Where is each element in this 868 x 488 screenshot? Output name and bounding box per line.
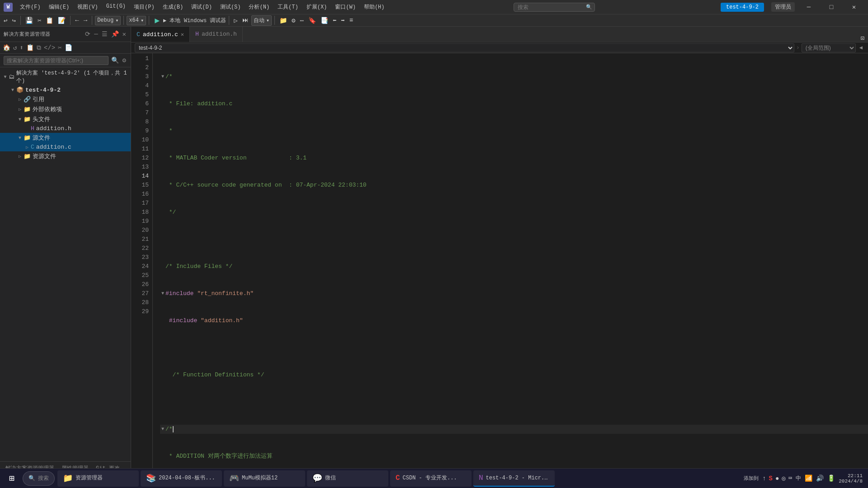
taskbar-keyboard-icon[interactable]: ⌨ bbox=[788, 474, 792, 482]
minimize-button[interactable]: ─ bbox=[798, 0, 819, 14]
taskbar-battery-icon[interactable]: 🔋 bbox=[827, 474, 835, 482]
menu-tools[interactable]: 工具(T) bbox=[274, 2, 302, 12]
title-project-tab[interactable]: test-4-9-2 bbox=[721, 3, 764, 12]
sidebar-toolbar-icon7[interactable]: ✂ bbox=[57, 43, 62, 52]
tab-c-close[interactable]: ✕ bbox=[181, 31, 184, 38]
tree-project[interactable]: ▼ 📦 test-4-9-2 bbox=[0, 85, 131, 94]
sidebar-sync-icon[interactable]: ⟳ bbox=[84, 29, 91, 39]
menu-project[interactable]: 项目(P) bbox=[130, 2, 158, 12]
tree-addition-c[interactable]: ▷ C addition.c bbox=[0, 143, 131, 151]
sidebar-filter-icon[interactable]: ⚙ bbox=[122, 56, 127, 65]
toolbar-bookmark4[interactable]: ➡ bbox=[339, 16, 346, 25]
menu-help[interactable]: 帮助(H) bbox=[360, 2, 388, 12]
taskbar-csdn-icon: C bbox=[396, 474, 400, 482]
taskbar-network-icon[interactable]: 📶 bbox=[805, 474, 812, 482]
debug-config-dropdown[interactable]: Debug ▾ bbox=[95, 16, 121, 25]
sidebar-toolbar-icon5[interactable]: ⧉ bbox=[36, 43, 42, 52]
tree-resource-files[interactable]: ▷ 📁 资源文件 bbox=[0, 151, 131, 161]
menu-git[interactable]: Git(G) bbox=[103, 2, 129, 12]
taskbar-search[interactable]: 🔍 搜索 bbox=[23, 471, 55, 486]
global-search-input[interactable] bbox=[514, 3, 595, 12]
menu-edit[interactable]: 编辑(E) bbox=[45, 2, 73, 12]
menu-debug[interactable]: 调试(D) bbox=[188, 2, 216, 12]
menu-build[interactable]: 生成(B) bbox=[159, 2, 187, 12]
sidebar-toolbar-icon3[interactable]: ⬆ bbox=[19, 43, 24, 52]
sidebar-toolbar-icon6[interactable]: </> bbox=[43, 43, 56, 52]
toolbar-bookmark[interactable]: 🔖 bbox=[307, 16, 318, 25]
close-button[interactable]: ✕ bbox=[844, 0, 864, 14]
toolbar-settings[interactable]: ⚙ bbox=[290, 16, 297, 25]
taskbar-item-csdn[interactable]: C CSDN - 专业开发... bbox=[390, 470, 472, 487]
platform-dropdown[interactable]: x64 ▾ bbox=[127, 16, 146, 25]
run-button[interactable]: ▶ bbox=[152, 14, 162, 26]
scope-breadcrumb-dropdown[interactable]: (全局范围) bbox=[802, 43, 856, 52]
tree-header-files[interactable]: ▼ 📁 头文件 bbox=[0, 114, 131, 124]
menu-window[interactable]: 窗口(W) bbox=[331, 2, 359, 12]
taskbar-mic-icon[interactable]: ● bbox=[775, 475, 779, 482]
taskbar-item-wechat[interactable]: 💬 微信 bbox=[307, 470, 388, 487]
code-content[interactable]: ▼/* * File: addition.c * * MATLAB Coder … bbox=[153, 53, 868, 475]
taskbar-lang[interactable]: 中 bbox=[796, 474, 801, 482]
tree-source-files[interactable]: ▼ 📁 源文件 bbox=[0, 133, 131, 143]
maximize-button[interactable]: □ bbox=[821, 0, 842, 14]
tree-addition-h[interactable]: H addition.h bbox=[0, 124, 131, 133]
file-breadcrumb-dropdown[interactable]: test-4-9-2 bbox=[135, 43, 794, 52]
taskbar-volume-icon[interactable]: 🔊 bbox=[816, 474, 824, 482]
tree-external-deps[interactable]: ▷ 📁 外部依赖项 bbox=[0, 104, 131, 114]
sidebar-search-input[interactable] bbox=[4, 56, 108, 65]
start-button[interactable]: ⊞ bbox=[2, 469, 22, 488]
fold-9[interactable]: ▼ bbox=[160, 289, 165, 298]
toolbar-play2[interactable]: ▷ bbox=[232, 16, 239, 25]
toolbar-copy[interactable]: 📋 bbox=[44, 16, 55, 25]
taskbar-clock[interactable]: 22:11 2024/4/8 bbox=[839, 473, 863, 484]
addition-h-icon: H bbox=[31, 125, 34, 132]
toolbar-redo[interactable]: ↪ bbox=[10, 16, 17, 25]
taskbar-arrow-up[interactable]: ↑ bbox=[762, 475, 766, 482]
tree-solution[interactable]: ▼ 🗂 解决方案 'test-4-9-2' (1 个项目，共 1 个) bbox=[0, 68, 131, 85]
toolbar-folder[interactable]: 📁 bbox=[278, 16, 289, 25]
ln-18: 18 bbox=[135, 208, 149, 217]
toolbar-bookmark3[interactable]: ⬅ bbox=[331, 16, 338, 25]
sidebar-properties-icon[interactable]: ☰ bbox=[101, 29, 108, 39]
sidebar-toolbar-icon4[interactable]: 📋 bbox=[25, 43, 35, 52]
toolbar-back[interactable]: ← bbox=[73, 16, 80, 25]
toolbar-bookmark2[interactable]: 📑 bbox=[319, 16, 330, 25]
taskbar-input-icon[interactable]: ◎ bbox=[782, 474, 785, 482]
toolbar-cut[interactable]: ✂ bbox=[36, 16, 43, 25]
sidebar-toolbar-icon1[interactable]: 🏠 bbox=[2, 43, 11, 52]
tab-addition-h[interactable]: H addition.h bbox=[190, 27, 243, 42]
sidebar-toolbar-icon2[interactable]: ↺ bbox=[12, 43, 18, 52]
tab-split-button[interactable]: ⊡ bbox=[857, 34, 868, 42]
fold-14[interactable]: ▼ bbox=[160, 425, 165, 434]
toolbar-step[interactable]: ⏭ bbox=[241, 16, 250, 25]
toolbar-forward[interactable]: → bbox=[82, 16, 89, 25]
taskbar-item-explorer[interactable]: 📁 资源管理器 bbox=[57, 470, 139, 487]
taskbar-item-mumu[interactable]: 🎮 MuMu模拟器12 bbox=[224, 470, 305, 487]
taskbar-item-vs[interactable]: N test-4-9-2 - Micr... bbox=[473, 470, 555, 487]
menu-test[interactable]: 测试(S) bbox=[217, 2, 245, 12]
menu-file[interactable]: 文件(F) bbox=[16, 2, 44, 12]
code-editor[interactable]: 1 2 3 4 5 6 7 8 9 10 11 12 13 bbox=[131, 53, 868, 475]
fold-1[interactable]: ▼ bbox=[160, 72, 165, 81]
taskbar-add-label[interactable]: 添加到 bbox=[744, 475, 759, 482]
taskbar-s-icon[interactable]: S bbox=[769, 475, 773, 482]
toolbar-more2[interactable]: ≡ bbox=[348, 16, 355, 25]
taskbar-item-notes[interactable]: 📚 2024-04-08-板书... bbox=[141, 470, 222, 487]
menu-view[interactable]: 视图(V) bbox=[74, 2, 102, 12]
toolbar-more[interactable]: ⋯ bbox=[298, 16, 305, 25]
sidebar-pin-icon[interactable]: 📌 bbox=[110, 29, 120, 39]
breadcrumb-collapse-btn[interactable]: ◀ bbox=[858, 44, 864, 52]
menu-extensions[interactable]: 扩展(X) bbox=[303, 2, 331, 12]
sidebar-collapse-icon[interactable]: — bbox=[93, 29, 99, 39]
tree-references[interactable]: ▷ 🔗 引用 bbox=[0, 94, 131, 104]
sidebar-search-icon[interactable]: 🔍 bbox=[110, 56, 120, 65]
sidebar-close-icon[interactable]: ✕ bbox=[122, 29, 127, 39]
auto-dropdown[interactable]: 自动 ▾ bbox=[251, 15, 272, 26]
menu-analyze[interactable]: 分析(N) bbox=[245, 2, 273, 12]
toolbar-undo[interactable]: ↩ bbox=[2, 16, 9, 25]
tab-addition-c[interactable]: C addition.c ✕ bbox=[131, 27, 190, 42]
admin-button[interactable]: 管理员 bbox=[771, 2, 795, 12]
toolbar-paste[interactable]: 📝 bbox=[56, 16, 67, 25]
sidebar-toolbar-icon8[interactable]: 📄 bbox=[64, 43, 73, 52]
toolbar-save-all[interactable]: 💾 bbox=[24, 16, 35, 25]
